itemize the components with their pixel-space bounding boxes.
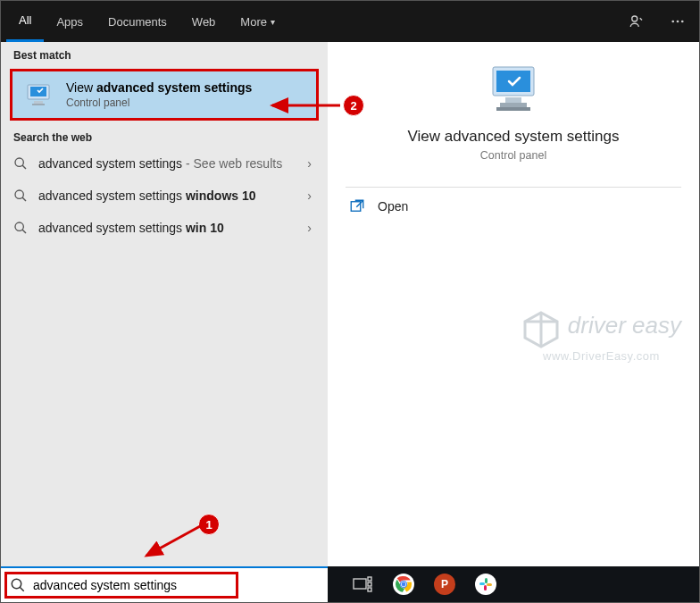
svg-rect-34 [487,583,492,586]
taskbar: P [1,566,699,602]
control-panel-icon [25,83,55,106]
taskbar-search[interactable] [1,566,328,602]
best-match-subtitle: Control panel [66,96,252,109]
open-label: Open [378,199,408,214]
watermark: driver easy www.DriverEasy.com [521,310,681,363]
detail-subtitle: Control panel [328,149,699,162]
results-panel: Best match View advanced system settings… [1,42,328,566]
web-result-2-label: advanced system settings windows 10 [38,188,293,203]
tab-documents[interactable]: Documents [96,1,179,42]
svg-point-3 [681,21,684,23]
web-result-3-label: advanced system settings win 10 [38,221,293,235]
svg-rect-36 [479,582,485,585]
search-icon [13,221,28,235]
search-icon [13,156,28,171]
svg-line-9 [22,165,26,169]
web-result-3[interactable]: advanced system settings win 10 › [1,212,328,244]
svg-line-24 [20,587,24,591]
chevron-right-icon[interactable]: › [304,188,315,203]
more-options-icon[interactable] [662,1,694,42]
search-icon [13,188,28,203]
svg-rect-28 [368,588,371,591]
best-match-result[interactable]: View advanced system settings Control pa… [10,69,319,121]
tab-apps[interactable]: Apps [44,1,96,42]
svg-rect-26 [368,577,371,581]
svg-rect-16 [505,97,521,103]
detail-title: View advanced system settings [328,128,699,146]
search-icon [10,577,26,593]
task-view-icon[interactable] [342,566,383,602]
detail-app-icon [328,63,699,117]
svg-marker-20 [525,313,557,347]
svg-rect-25 [354,579,366,589]
svg-point-23 [12,579,21,589]
svg-rect-33 [485,578,488,583]
chevron-right-icon[interactable]: › [304,221,315,235]
search-filter-tabs: All Apps Documents Web More ▾ [1,1,699,42]
tab-all[interactable]: All [6,1,44,42]
svg-point-10 [15,190,23,198]
tab-more[interactable]: More ▾ [228,1,288,42]
taskbar-app-powerpoint[interactable]: P [424,566,465,602]
svg-point-32 [402,582,406,587]
taskbar-app-chrome[interactable] [383,566,424,602]
svg-point-1 [671,21,674,23]
svg-rect-17 [500,103,527,107]
best-match-title-bold: advanced system settings [96,80,252,95]
taskbar-app-slack[interactable] [465,566,506,602]
open-icon [349,198,365,214]
detail-panel: View advanced system settings Control pa… [328,42,699,566]
svg-rect-15 [496,71,530,92]
tab-more-label: More [240,15,267,29]
svg-rect-35 [484,585,487,590]
chevron-right-icon[interactable]: › [304,156,315,171]
web-result-2[interactable]: advanced system settings windows 10 › [1,180,328,212]
best-match-header: Best match [1,42,328,65]
svg-rect-19 [351,202,361,212]
feedback-icon[interactable] [621,1,653,42]
svg-rect-27 [368,582,371,586]
best-match-title: View advanced system settings [66,80,252,95]
svg-point-2 [677,21,679,23]
svg-point-0 [632,16,638,21]
web-result-1-label: advanced system settings - See web resul… [38,156,293,171]
tab-web[interactable]: Web [179,1,229,42]
svg-rect-7 [32,104,45,105]
svg-line-11 [22,197,26,201]
svg-rect-18 [496,107,530,111]
web-result-1[interactable]: advanced system settings - See web resul… [1,147,328,180]
search-web-header: Search the web [1,124,328,147]
svg-point-12 [15,222,23,230]
best-match-title-pre: View [66,80,96,95]
chevron-down-icon: ▾ [271,17,275,27]
svg-rect-6 [34,101,43,104]
svg-point-8 [15,158,23,166]
open-action[interactable]: Open [328,188,699,225]
svg-line-13 [22,230,26,233]
search-input[interactable] [33,568,319,602]
